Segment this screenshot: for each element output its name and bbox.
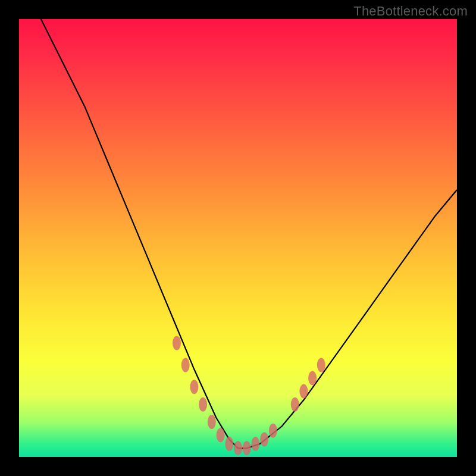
chart-svg <box>19 19 457 457</box>
curve-marker <box>208 415 216 429</box>
chart-stage: TheBottleneck.com <box>0 0 476 476</box>
curve-marker <box>269 424 277 438</box>
curve-marker <box>308 371 317 386</box>
curve-marker <box>217 428 225 442</box>
curve-marker <box>243 441 251 455</box>
bottleneck-curve-path <box>41 19 457 448</box>
curve-marker <box>260 433 268 447</box>
curve-marker <box>225 437 233 451</box>
curve-marker <box>251 437 259 451</box>
chart-plot-area <box>19 19 457 457</box>
curve-marker <box>291 397 299 412</box>
curve-marker <box>199 397 207 412</box>
curve-marker <box>190 380 198 394</box>
curve-marker <box>181 358 190 372</box>
curve-marker <box>317 358 325 372</box>
watermark-text: TheBottleneck.com <box>353 4 468 19</box>
curve-marker <box>173 336 181 350</box>
marker-group <box>173 336 325 456</box>
curve-marker <box>234 441 242 455</box>
curve-marker <box>299 384 308 399</box>
